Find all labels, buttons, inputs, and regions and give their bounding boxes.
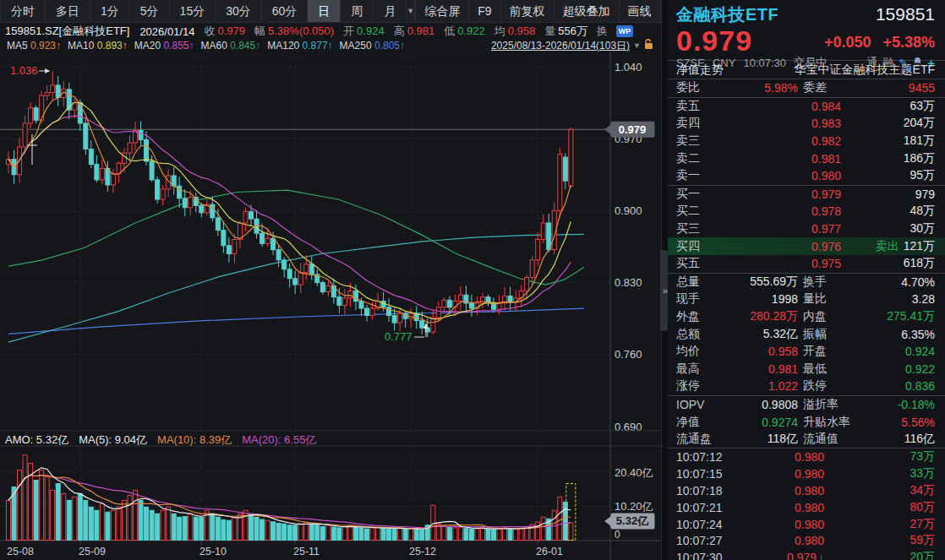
svg-text:0.900: 0.900 [615, 204, 642, 217]
tick-time: 10:07:27 [676, 534, 735, 547]
period-tab-1[interactable]: 多日 [46, 0, 90, 22]
svg-text:1.036: 1.036 [10, 64, 38, 77]
buy-row-1[interactable]: 买一0.979979 [668, 186, 945, 204]
period-tab-8[interactable]: 周 [341, 0, 374, 22]
date-range-selector[interactable]: 2025/08/13-2026/01/14(103日) [491, 39, 630, 53]
svg-text:0.760: 0.760 [615, 348, 642, 361]
svg-text:26-01: 26-01 [536, 546, 563, 557]
sell-row-1[interactable]: 卖一0.98095万 [668, 167, 945, 185]
sell-amount: 63万 [841, 99, 935, 114]
more-periods-dropdown[interactable]: ▼ [407, 0, 415, 22]
sell-queue: 卖五0.98463万卖四0.983204万卖三0.982181万卖二0.9811… [668, 98, 945, 186]
buy-amount-value: 618万 [904, 256, 935, 271]
field-label: 开 [343, 24, 354, 37]
buy-price: 0.976 [724, 240, 841, 253]
period-tab-7[interactable]: 日 [308, 0, 341, 22]
sell-row-5[interactable]: 卖五0.98463万 [668, 98, 945, 116]
ma-item-ma10: MA10 0.893↑ [68, 40, 128, 52]
tick-row-5: 10:07:270.98059万 [668, 532, 945, 549]
volume-legend: AMO: 5.32亿MA(5): 9.04亿MA(10): 8.39亿MA(20… [5, 432, 316, 448]
field-value: 0.924 [357, 24, 385, 37]
stat-label: 最低 [798, 362, 866, 377]
wp-badge-icon[interactable]: WP [616, 25, 633, 37]
stat-label: 升贴水率 [798, 415, 866, 430]
lock-icon[interactable] [644, 39, 654, 52]
tick-row-1: 10:07:150.98033万 [668, 465, 945, 482]
buy-row-5[interactable]: 买五0.975618万 [668, 255, 945, 273]
sell-row-3[interactable]: 卖三0.982181万 [668, 133, 945, 150]
stat-label: 流通盘 [676, 432, 729, 447]
toolbar-button-2[interactable]: 前复权 [500, 0, 554, 22]
svg-text:0.979: 0.979 [619, 123, 647, 136]
period-tab-2[interactable]: 1分 [90, 0, 130, 22]
ma-value: 0.923↑ [30, 40, 61, 52]
sell-price: 0.980 [724, 169, 841, 182]
buy-price: 0.978 [724, 204, 841, 218]
tick-time: 10:07:15 [676, 467, 735, 481]
stat-value: 5.32亿 [729, 327, 798, 342]
svg-text:0.777: 0.777 [385, 330, 412, 343]
sell-row-4[interactable]: 卖四0.983204万 [668, 115, 945, 133]
stats-block-2: IOPV0.9808溢折率-0.18%净值0.9274升贴水率5.56%流通盘1… [668, 396, 945, 449]
sell-row-2[interactable]: 卖二0.981186万 [668, 150, 945, 167]
quote-header: 金融科技ETF 159851 0.979 +0.050 +5.38% SZSE … [668, 0, 945, 61]
tick-row-4: 10:07:240.98027万 [668, 516, 945, 533]
tick-volume: 34万 [824, 483, 935, 498]
buy-row-4[interactable]: 买四0.976卖出121万 [668, 237, 945, 255]
candlestick-chart[interactable]: 1.0400.9700.9000.8300.7600.69020.40亿10.2… [0, 52, 661, 560]
volume-legend-item-3: MA(20): 6.55亿 [242, 432, 316, 448]
field-value: 0.922 [457, 24, 485, 37]
sell-label: 卖三 [676, 133, 724, 149]
ma-label: MA250 [340, 40, 374, 52]
toolbar-button-0[interactable]: 综合屏 [415, 0, 468, 22]
buy-price: 0.977 [724, 222, 841, 236]
toolbar-button-1[interactable]: F9 [468, 0, 500, 22]
tick-row-0: 10:07:120.98073万 [668, 449, 945, 465]
buy-amount-value: 979 [915, 188, 935, 201]
stat-label: 均价 [676, 344, 729, 359]
period-tab-4[interactable]: 15分 [170, 0, 216, 22]
sell-amount: 95万 [841, 168, 935, 183]
buy-amount: 618万 [841, 256, 935, 271]
svg-text:5.32亿: 5.32亿 [616, 514, 649, 527]
ma-label: MA60 [200, 40, 230, 52]
etf-stat-row-2: 流通盘118亿流通值116亿 [668, 431, 945, 449]
stat-row-2: 外盘280.28万内盘275.41万 [668, 308, 945, 326]
ma-label: MA120 [267, 40, 302, 52]
toolbar-button-3[interactable]: 超级叠加 [554, 0, 619, 22]
toolbar-button-4[interactable]: 画线 [619, 0, 660, 22]
svg-text:0.830: 0.830 [615, 276, 642, 289]
stat-value: 0.836 [866, 379, 935, 393]
buy-row-3[interactable]: 买三0.97730万 [668, 220, 945, 238]
nav-chart-link[interactable]: 净值走势 [676, 63, 724, 78]
period-tab-9[interactable]: 月 [374, 0, 407, 22]
buy-row-2[interactable]: 买二0.97848万 [668, 203, 945, 220]
field-幅: 幅5.38%(0.050) [254, 24, 334, 39]
field-label: 量 [544, 24, 555, 37]
tick-volume: 73万 [824, 449, 935, 465]
ma-value: 0.805↑ [374, 40, 405, 52]
etf-stat-row-1: 净值0.9274升贴水率5.56% [668, 413, 945, 431]
field-value: 556万 [558, 24, 587, 37]
buy-amount: 30万 [841, 221, 935, 237]
tick-price: 0.980 [735, 501, 824, 514]
period-tab-3[interactable]: 5分 [130, 0, 170, 22]
svg-text:0: 0 [615, 529, 620, 541]
field-量: 量556万 [544, 24, 587, 39]
stat-label: 换手 [798, 275, 866, 290]
period-tab-6[interactable]: 60分 [262, 0, 309, 22]
ohlc-fields: 收0.979幅5.38%(0.050)开0.924高0.981低0.922均0.… [194, 24, 610, 39]
period-tab-0[interactable]: 分时 [0, 0, 46, 22]
stat-label: 总量 [676, 275, 729, 290]
quote-info-bar: 159851.SZ[金融科技ETF] 2026/01/14 收0.979幅5.3… [0, 23, 661, 40]
period-tab-5[interactable]: 30分 [216, 0, 262, 22]
tick-time: 10:07:30 [676, 551, 735, 560]
stat-value: 0.922 [866, 362, 935, 376]
buy-queue: 买一0.979979买二0.97848万买三0.97730万买四0.976卖出1… [668, 186, 945, 274]
field-label: 均 [494, 24, 505, 37]
date-label: 2026/01/14 [139, 25, 194, 38]
range-caret-icon[interactable]: ▼ [633, 41, 641, 50]
svg-text:20.40亿: 20.40亿 [615, 466, 653, 479]
chart-canvas[interactable]: 1.0400.9700.9000.8300.7600.69020.40亿10.2… [0, 52, 661, 560]
tick-row-6: 10:07:300.979↓20万 [668, 549, 945, 560]
